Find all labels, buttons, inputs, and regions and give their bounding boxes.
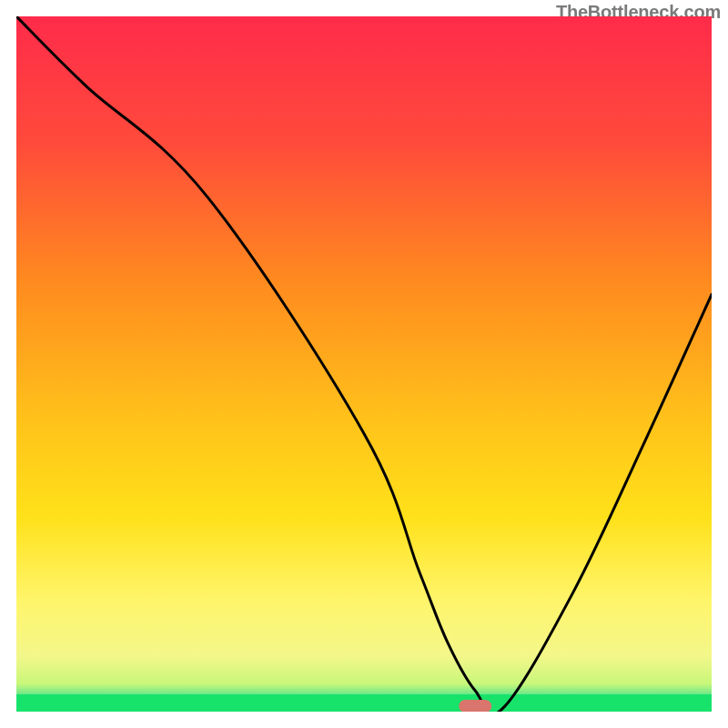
green-band [16, 694, 712, 712]
plot-area [16, 16, 712, 712]
svg-rect-0 [459, 700, 491, 712]
gradient-background [16, 16, 712, 712]
chart-svg [16, 16, 712, 712]
optimal-marker [459, 700, 491, 712]
bottleneck-chart: TheBottleneck.com [0, 0, 728, 728]
